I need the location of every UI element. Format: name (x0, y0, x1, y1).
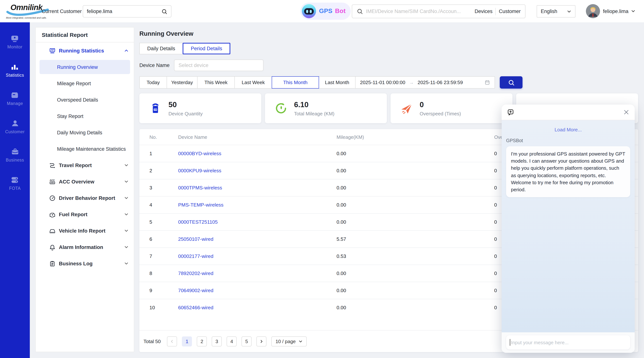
gpsbot-logo-gps-text: GPS (319, 7, 332, 15)
sidebar-item[interactable]: Mileage Maintenance Statistics (36, 141, 134, 157)
range-last-month-button[interactable]: Last Month (319, 76, 356, 89)
sidebar-group-running-statistics[interactable]: Running Statistics (36, 42, 134, 59)
search-icon[interactable] (161, 8, 167, 14)
page-button[interactable]: 4 (226, 336, 237, 346)
load-more-link[interactable]: Load More... (506, 127, 630, 133)
card-overspeed: 0 Overspeed (Times) (390, 93, 512, 123)
device-quantity-label: Device Quantity (168, 111, 203, 116)
row-no: 1 (150, 151, 178, 156)
global-search-input[interactable] (366, 8, 472, 14)
search-scope-devices[interactable]: Devices (474, 8, 492, 14)
chat-message-bubble: I'm your professional GPS assistant powe… (506, 146, 630, 197)
range-last-week-button[interactable]: Last Week (234, 76, 272, 89)
user-menu[interactable]: feliope.lima (603, 0, 636, 22)
total-mileage-label: Total Mileage (KM) (294, 111, 334, 116)
date-range-arrow-icon: → (409, 80, 414, 85)
page-button[interactable]: 3 (212, 336, 222, 346)
tab-period-details[interactable]: Period Details (182, 43, 230, 54)
running-statistics-items: Running OverviewMileage ReportOverspeed … (36, 60, 134, 157)
sidebar-group-vehicle-info[interactable]: Vehicle Info Report (36, 222, 134, 239)
device-name-link[interactable]: 0000KPU9-wireless (178, 168, 336, 174)
sidebar-item[interactable]: Daily Moving Details (36, 124, 134, 141)
device-quantity-value: 50 (168, 100, 203, 109)
sidebar-group-acc-overview[interactable]: ACC ACC Overview (36, 174, 134, 190)
nav-business[interactable]: Business (6, 147, 24, 162)
page-button[interactable]: 2 (197, 336, 207, 346)
device-name-link[interactable]: 0000TEST251105 (178, 219, 336, 225)
nav-manage[interactable]: Manage (7, 91, 23, 106)
range-this-week-button[interactable]: This Week (197, 76, 235, 89)
user-avatar[interactable] (586, 4, 600, 18)
language-select[interactable]: English (537, 5, 576, 17)
sidebar-group-business-log[interactable]: Business Log (36, 255, 134, 272)
sidebar-group-driver-behavior[interactable]: Driver Behavior Report (36, 190, 134, 206)
device-name-link[interactable]: 70649002-wired (178, 288, 336, 293)
range-yesterday-button[interactable]: Yesterday (166, 76, 198, 89)
date-start-value: 2025-11-01 00:00:00 (360, 80, 405, 85)
sidebar-item[interactable]: Mileage Report (36, 75, 134, 92)
device-name-link[interactable]: 60652466-wired (178, 305, 336, 310)
next-page-button[interactable] (256, 336, 266, 346)
page-button[interactable]: 1 (182, 336, 192, 346)
gpsbot-logo[interactable]: GPSBot (300, 2, 351, 20)
sidebar-item[interactable]: Running Overview (40, 60, 130, 74)
customer-search-input[interactable] (87, 8, 161, 14)
device-name-link[interactable]: 00002177-wired (178, 253, 336, 259)
detail-tabs: Daily Details Period Details (140, 43, 230, 54)
sidebar-group-fuel-report[interactable]: Fuel Report (36, 206, 134, 222)
device-name-link[interactable]: 78920202-wired (178, 271, 336, 276)
prev-page-button[interactable] (167, 336, 177, 346)
row-mileage: 5.57 (336, 236, 494, 242)
chevron-down-icon (124, 163, 128, 168)
new-chat-icon[interactable] (507, 109, 514, 116)
row-no: 8 (150, 271, 178, 276)
chat-message-input[interactable] (511, 340, 626, 345)
chat-input-box (506, 335, 630, 350)
row-mileage: 0.00 (336, 271, 494, 276)
query-search-button[interactable] (500, 76, 522, 89)
page-size-select[interactable]: 10 / page (271, 336, 307, 346)
sidebar-group-travel-report[interactable]: Travel Report (36, 157, 134, 174)
nav-statistics[interactable]: Statistics (6, 62, 24, 77)
col-mileage: Mileage(KM) (336, 134, 494, 140)
gpsbot-robot-icon (302, 4, 316, 19)
chevron-down-icon (124, 245, 128, 249)
chevron-down-icon (124, 179, 128, 184)
row-mileage: 0.53 (336, 253, 494, 259)
range-today-button[interactable]: Today (140, 76, 167, 89)
row-no: 2 (150, 168, 178, 174)
overspeed-icon (400, 101, 414, 115)
customer-search-box (83, 5, 172, 17)
nav-monitor[interactable]: Monitor (8, 34, 22, 49)
tab-daily-details[interactable]: Daily Details (140, 43, 183, 54)
nav-customer[interactable]: Customer (5, 119, 25, 134)
chevron-down-icon (631, 9, 636, 13)
chevron-down-icon (124, 196, 128, 200)
search-icon (508, 79, 514, 86)
sidebar-group-alarm-information[interactable]: Alarm Information (36, 239, 134, 255)
range-this-month-button[interactable]: This Month (272, 76, 319, 89)
page-button[interactable]: 5 (242, 336, 252, 346)
monitor-icon (10, 34, 19, 43)
chevron-down-icon (124, 212, 128, 217)
device-name-link[interactable]: 00000BYD-wireless (178, 151, 336, 156)
device-name-link[interactable]: 0000TPMS-wireless (178, 185, 336, 190)
device-select[interactable]: Select device (174, 59, 264, 71)
close-icon[interactable] (623, 109, 630, 115)
col-no: No. (150, 134, 178, 140)
sidebar-title: Statistical Report (36, 27, 134, 42)
device-name-link[interactable]: 25050107-wired (178, 236, 336, 242)
device-name-link[interactable]: PMS-TEMP-wireless (178, 202, 336, 208)
row-no: 6 (150, 236, 178, 242)
language-value: English (541, 8, 557, 14)
row-mileage: 0.00 (336, 305, 494, 310)
travel-report-icon (49, 162, 56, 169)
search-scope-customer[interactable]: Customer (499, 8, 521, 14)
nav-fota[interactable]: FOTA (9, 176, 21, 190)
chat-body: Load More... GPSBot I'm your professiona… (502, 120, 635, 332)
row-mileage: 0.00 (336, 219, 494, 225)
date-range-picker[interactable]: 2025-11-01 00:00:00 → 2025-11-06 23:59:5… (355, 76, 495, 89)
statistics-icon (10, 62, 19, 71)
sidebar-item[interactable]: Overspeed Details (36, 92, 134, 108)
sidebar-item[interactable]: Stay Report (36, 108, 134, 124)
